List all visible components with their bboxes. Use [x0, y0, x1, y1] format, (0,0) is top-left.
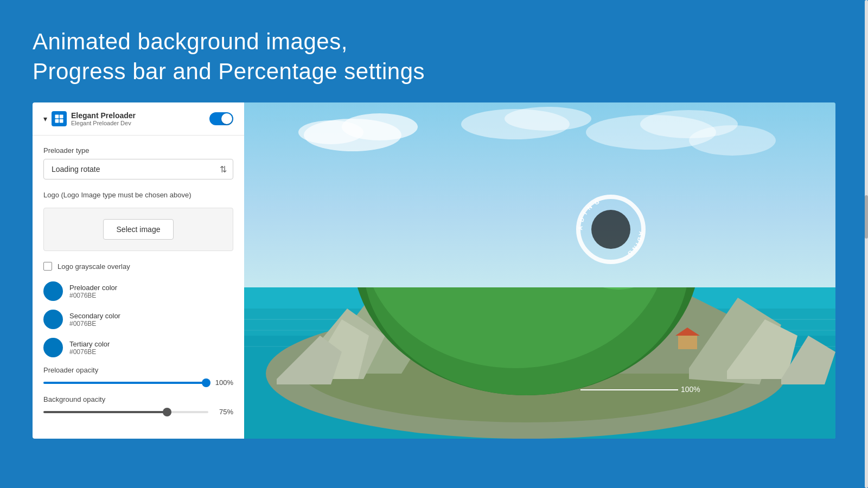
plugin-icon [52, 111, 67, 126]
tertiary-color-hex: #0076BE [69, 348, 110, 356]
secondary-color-hex: #0076BE [69, 320, 120, 328]
preloader-color-hex: #0076BE [69, 292, 117, 299]
background-opacity-section: Background opacity 75% [43, 395, 233, 416]
preloader-opacity-value: 100% [214, 378, 233, 387]
panel-body: Preloader type Loading rotate ⇅ Logo (Lo… [33, 136, 244, 439]
preloader-opacity-fill [43, 382, 208, 384]
svg-point-43 [591, 210, 630, 249]
preloader-opacity-label: Preloader opacity [43, 366, 233, 374]
page-title: Animated background images, Progress bar… [33, 27, 835, 86]
plugin-sub: Elegant Preloader Dev [71, 120, 136, 126]
tertiary-color-name: Tertiary color [69, 340, 110, 348]
secondary-color-name: Secondary color [69, 312, 120, 320]
svg-rect-2 [55, 119, 59, 123]
preloader-opacity-slider-row: 100% [43, 378, 233, 387]
svg-rect-3 [60, 119, 63, 123]
background-opacity-label: Background opacity [43, 395, 233, 403]
preview-panel: 100% L O A D I N G [244, 102, 835, 439]
grayscale-row: Logo grayscale overlay [43, 262, 233, 271]
preloader-opacity-thumb[interactable] [202, 378, 210, 387]
panel-dropdown-arrow[interactable]: ▾ [43, 114, 47, 123]
svg-point-11 [689, 125, 776, 156]
preloader-type-label: Preloader type [43, 146, 233, 155]
secondary-color-row: Secondary color #0076BE [43, 310, 233, 329]
loading-spinner-container: L O A D I N G L O A D I N G [574, 192, 647, 268]
loading-spinner-svg: L O A D I N G L O A D I N G [574, 192, 647, 266]
panel-header-left: ▾ Elegant Preloader Elegant Preloader De… [43, 111, 136, 126]
preloader-type-select[interactable]: Loading rotate [43, 159, 233, 179]
plugin-logo-icon [54, 114, 64, 124]
panel-header: ▾ Elegant Preloader Elegant Preloader De… [33, 102, 244, 136]
grayscale-checkbox[interactable] [43, 262, 52, 271]
preloader-color-row: Preloader color #0076BE [43, 281, 233, 301]
plugin-info: Elegant Preloader Elegant Preloader Dev [71, 111, 136, 126]
clouds-svg [244, 102, 835, 287]
grayscale-label: Logo grayscale overlay [58, 262, 130, 271]
svg-rect-1 [60, 115, 63, 119]
plugin-toggle[interactable] [209, 112, 233, 125]
preloader-color-name: Preloader color [69, 284, 117, 292]
secondary-color-swatch[interactable] [43, 310, 63, 329]
background-opacity-thumb[interactable] [163, 408, 171, 416]
preloader-color-info: Preloader color #0076BE [69, 284, 117, 299]
tertiary-color-swatch[interactable] [43, 338, 63, 357]
logo-upload-area: Select image [43, 208, 233, 251]
background-opacity-fill [43, 411, 167, 413]
preloader-type-select-wrapper: Loading rotate ⇅ [43, 159, 233, 179]
svg-point-6 [298, 120, 363, 144]
preloader-opacity-track [43, 382, 208, 384]
svg-rect-38 [678, 336, 697, 349]
sky [244, 102, 835, 287]
svg-rect-0 [55, 115, 59, 119]
settings-panel: ▾ Elegant Preloader Elegant Preloader De… [33, 102, 244, 439]
svg-text:100%: 100% [681, 385, 700, 394]
background-opacity-track [43, 411, 208, 413]
plugin-name: Elegant Preloader [71, 111, 136, 120]
island-background: 100% L O A D I N G [244, 102, 835, 439]
logo-label: Logo (Logo Image type must be chosen abo… [43, 190, 233, 200]
secondary-color-info: Secondary color #0076BE [69, 312, 120, 328]
preloader-color-swatch[interactable] [43, 281, 63, 301]
tertiary-color-row: Tertiary color #0076BE [43, 338, 233, 357]
background-opacity-value: 75% [214, 408, 233, 416]
svg-point-8 [505, 107, 591, 131]
preloader-opacity-section: Preloader opacity 100% [43, 366, 233, 387]
background-opacity-slider-row: 75% [43, 408, 233, 416]
main-content: ▾ Elegant Preloader Elegant Preloader De… [0, 102, 868, 439]
header: Animated background images, Progress bar… [0, 0, 868, 102]
tertiary-color-info: Tertiary color #0076BE [69, 340, 110, 356]
select-image-button[interactable]: Select image [103, 219, 174, 240]
